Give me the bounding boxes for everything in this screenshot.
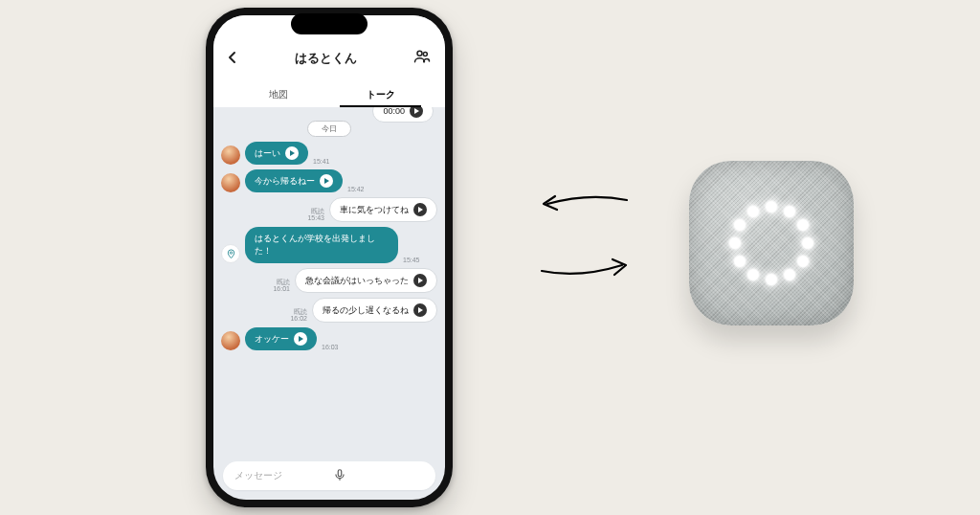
message-time: 00:00 xyxy=(383,107,405,116)
message-time: 15:42 xyxy=(347,186,365,192)
led-dot xyxy=(735,257,746,267)
svg-point-1 xyxy=(423,53,427,56)
avatar[interactable] xyxy=(221,331,240,350)
mic-icon[interactable] xyxy=(333,468,424,483)
led-dot xyxy=(748,269,759,280)
message-text: 帰るの少し遅くなるね xyxy=(323,304,409,317)
svg-point-0 xyxy=(417,51,422,56)
message-meta: 既読 15:43 xyxy=(307,208,324,222)
message-location: はるとくんが学校を出発しました！ 15:45 xyxy=(221,227,437,263)
message-time: 15:43 xyxy=(307,214,324,222)
arrow-left-icon xyxy=(536,187,632,215)
message-time: 16:01 xyxy=(273,285,290,293)
led-dot xyxy=(803,238,813,249)
voice-bubble-out[interactable]: 急な会議がはいっちゃった xyxy=(295,268,437,293)
led-dot xyxy=(785,269,795,280)
avatar[interactable] xyxy=(221,173,240,192)
read-label: 既読 xyxy=(311,208,324,215)
message-text: はーい xyxy=(255,147,280,160)
day-separator: 今日 xyxy=(221,121,437,137)
led-ring xyxy=(725,197,817,289)
read-label: 既読 xyxy=(294,308,307,316)
arrow-right-icon xyxy=(536,254,632,282)
speaker-device xyxy=(689,161,854,325)
led-dot xyxy=(767,202,777,213)
location-bubble[interactable]: はるとくんが学校を出発しました！ xyxy=(245,227,398,263)
play-icon[interactable] xyxy=(294,332,307,346)
play-icon[interactable] xyxy=(410,107,423,118)
message-out: 既読 16:02 帰るの少し遅くなるね xyxy=(221,298,437,323)
partial-prev-message: 00:00 xyxy=(372,107,434,123)
play-icon[interactable] xyxy=(413,203,427,216)
group-icon[interactable] xyxy=(412,47,432,70)
led-dot xyxy=(797,257,808,267)
message-text: 今から帰るねー xyxy=(255,175,315,188)
tabs: 地図 トーク xyxy=(227,82,432,107)
avatar[interactable] xyxy=(221,146,240,165)
voice-bubble-in[interactable]: 今から帰るねー xyxy=(245,169,343,192)
message-placeholder: メッセージ xyxy=(234,469,325,482)
message-text: はるとくんが学校を出発しました！ xyxy=(255,233,389,258)
play-icon[interactable] xyxy=(413,303,427,317)
led-dot xyxy=(767,275,777,285)
tab-map[interactable]: 地図 xyxy=(227,82,329,107)
message-out: 既読 16:01 急な会議がはいっちゃった xyxy=(221,268,437,293)
message-in: はーい 15:41 xyxy=(221,142,437,165)
message-in: 今から帰るねー 15:42 xyxy=(221,169,437,192)
message-time: 15:45 xyxy=(403,257,420,263)
svg-rect-3 xyxy=(338,470,342,477)
read-label: 既読 xyxy=(277,279,290,286)
voice-bubble-out[interactable]: 帰るの少し遅くなるね xyxy=(312,298,437,323)
led-dot xyxy=(748,207,759,217)
message-input[interactable]: メッセージ xyxy=(223,461,435,490)
phone-frame: はるとくん 地図 トーク 00:00 今日 xyxy=(206,8,453,507)
message-time: 15:41 xyxy=(313,158,330,165)
play-icon[interactable] xyxy=(413,274,427,287)
play-icon[interactable] xyxy=(320,174,333,188)
message-meta: 既読 16:02 xyxy=(290,308,307,323)
led-dot xyxy=(785,207,795,217)
svg-point-2 xyxy=(230,251,232,253)
chat-scroll-area[interactable]: 00:00 今日 はーい 15:41 xyxy=(213,107,445,456)
voice-bubble-out[interactable]: 車に気をつけてね xyxy=(329,197,437,222)
message-text: 車に気をつけてね xyxy=(340,204,409,216)
voice-bubble-in[interactable]: オッケー xyxy=(245,327,317,350)
message-in: オッケー 16:03 xyxy=(221,327,437,350)
message-out: 既読 15:43 車に気をつけてね xyxy=(221,197,437,222)
message-meta: 既読 16:01 xyxy=(273,279,290,293)
led-dot xyxy=(735,220,746,231)
dynamic-island xyxy=(291,13,368,34)
location-pin-icon[interactable] xyxy=(221,244,240,263)
back-button[interactable] xyxy=(227,49,238,69)
tab-talk[interactable]: トーク xyxy=(329,82,432,107)
chat-title: はるとくん xyxy=(295,50,357,67)
message-time: 16:03 xyxy=(322,344,339,350)
led-dot xyxy=(797,220,808,231)
message-text: 急な会議がはいっちゃった xyxy=(305,275,409,287)
message-time: 16:02 xyxy=(290,315,307,323)
message-text: オッケー xyxy=(255,333,289,346)
input-bar: メッセージ xyxy=(213,456,445,500)
led-dot xyxy=(730,238,741,249)
phone-screen: はるとくん 地図 トーク 00:00 今日 xyxy=(213,15,445,500)
voice-bubble-in[interactable]: はーい xyxy=(245,142,308,165)
day-pill: 今日 xyxy=(307,121,351,137)
play-icon[interactable] xyxy=(285,146,299,160)
